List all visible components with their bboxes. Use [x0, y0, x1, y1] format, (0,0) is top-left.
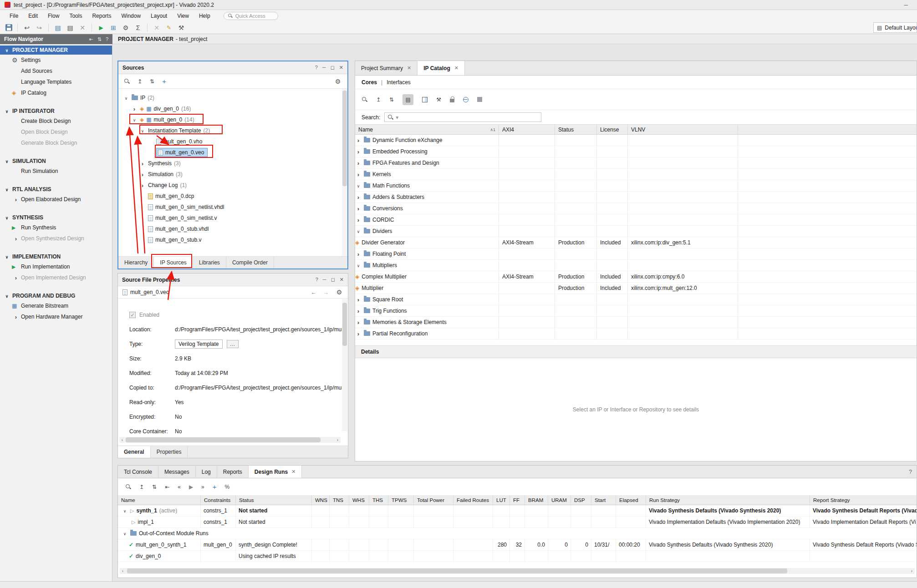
horizontal-scrollbar[interactable]: ‹ ›: [119, 437, 341, 443]
back-icon[interactable]: ←: [311, 289, 316, 296]
tab-libraries[interactable]: Libraries: [193, 257, 226, 269]
close-icon[interactable]: ✕: [407, 65, 411, 71]
run-icon[interactable]: ▶: [97, 24, 105, 32]
selected-tree-item[interactable]: mult_gen_0.veo: [156, 148, 208, 157]
tab-ip-catalog[interactable]: IP Catalog ✕: [418, 61, 465, 75]
scroll-left-icon[interactable]: ‹: [119, 437, 125, 442]
ipc-row-dynamic-function-exchange[interactable]: Dynamic Function eXchange: [355, 135, 917, 146]
menu-window[interactable]: Window: [116, 11, 146, 20]
run-icon[interactable]: ▶: [189, 484, 193, 490]
help-icon[interactable]: ?: [904, 466, 917, 478]
chevron-down-icon[interactable]: [122, 507, 128, 514]
column-status[interactable]: Status: [555, 125, 597, 134]
sidebar-section-synthesis[interactable]: SYNTHESIS: [0, 213, 112, 222]
chevron-right-icon[interactable]: [355, 251, 362, 258]
ipc-row-trig-functions[interactable]: Trig Functions: [355, 305, 917, 317]
sidebar-section-simulation[interactable]: SIMULATION: [0, 157, 112, 166]
column-wns[interactable]: WNS: [312, 496, 330, 505]
chevron-right-icon[interactable]: [139, 160, 146, 167]
expand-all-icon[interactable]: ⇅: [152, 484, 157, 490]
help-icon[interactable]: ?: [315, 65, 318, 71]
ipc-row-math-functions[interactable]: Math Functions: [355, 180, 917, 192]
settings-gear-icon[interactable]: [334, 77, 342, 86]
customize-icon[interactable]: ⚒: [436, 96, 441, 103]
sidebar-item-language-templates[interactable]: Language Templates: [0, 76, 112, 87]
tree-item-ip[interactable]: IP (2): [118, 92, 347, 103]
column-name[interactable]: Name ∧1: [355, 125, 499, 134]
minimize-button[interactable]: ─: [899, 2, 912, 8]
chevron-down-icon[interactable]: [131, 117, 138, 123]
tree-item-mult-gen-0-veo[interactable]: mult_gen_0.veo: [118, 147, 347, 158]
search-icon[interactable]: [362, 96, 367, 102]
expand-all-icon[interactable]: ⇅: [389, 96, 394, 103]
ipc-row-multiplier[interactable]: Multiplier Production Included xilinx.co…: [355, 283, 917, 294]
chevron-right-icon[interactable]: [355, 205, 362, 212]
menu-tools[interactable]: Tools: [64, 11, 87, 20]
sidebar-item-create-block-design[interactable]: Create Block Design: [0, 116, 112, 127]
run-row-impl-1[interactable]: impl_1 constrs_1 Not started Vivado Impl…: [118, 517, 917, 528]
column-ths[interactable]: THS: [369, 496, 388, 505]
two-pane-view-icon[interactable]: [422, 97, 428, 102]
ipc-row-cordic[interactable]: CORDIC: [355, 214, 917, 226]
column-elapsed[interactable]: Elapsed: [616, 496, 646, 505]
sidebar-item-add-sources[interactable]: Add Sources: [0, 66, 112, 76]
dashboard-icon[interactable]: ⊞: [109, 24, 117, 32]
sidebar-item-generate-block-design[interactable]: Generate Block Design: [0, 137, 112, 148]
report-icon[interactable]: ▤: [54, 24, 62, 32]
scrollbar-thumb[interactable]: [126, 437, 321, 442]
stop-icon[interactable]: [477, 97, 482, 102]
cancel-icon[interactable]: ✕: [153, 24, 161, 32]
close-icon[interactable]: ✕: [340, 277, 344, 283]
ipc-row-multipliers[interactable]: Multipliers: [355, 260, 917, 271]
wrench-icon[interactable]: ⚒: [177, 24, 185, 32]
column-license[interactable]: License: [597, 125, 628, 134]
ipc-row-conversions[interactable]: Conversions: [355, 203, 917, 214]
sum-icon[interactable]: Σ: [134, 24, 142, 32]
menu-reports[interactable]: Reports: [87, 11, 116, 20]
sidebar-item-run-implementation[interactable]: Run Implementation: [0, 261, 112, 272]
menu-help[interactable]: Help: [194, 11, 215, 20]
cores-link[interactable]: Cores: [362, 79, 377, 86]
tab-project-summary[interactable]: Project Summary ✕: [355, 61, 418, 75]
fast-forward-icon[interactable]: »: [201, 484, 204, 490]
delete-icon[interactable]: ✕: [78, 24, 87, 32]
ip-search-input[interactable]: ▾: [384, 112, 541, 122]
web-icon[interactable]: [463, 97, 469, 102]
search-icon[interactable]: [124, 78, 130, 84]
scroll-right-icon[interactable]: ›: [909, 568, 915, 573]
vertical-scrollbar[interactable]: [342, 299, 347, 431]
column-whs[interactable]: WHS: [349, 496, 369, 505]
column-ff[interactable]: FF: [510, 496, 525, 505]
tab-ip-sources[interactable]: IP Sources: [154, 257, 193, 269]
close-icon[interactable]: ✕: [454, 65, 458, 71]
ipc-row-kernels[interactable]: Kernels: [355, 169, 917, 180]
tree-item-mult-gen-0-dcp[interactable]: mult_gen_0.dcp: [118, 191, 347, 202]
tree-item-sim-netlist-vhdl[interactable]: mult_gen_0_sim_netlist.vhdl: [118, 202, 347, 213]
sidebar-section-rtl-analysis[interactable]: RTL ANALYSIS: [0, 185, 112, 194]
tree-item-mult-gen-0-vho[interactable]: mult_gen_0.vho: [118, 136, 347, 147]
ipc-row-dividers[interactable]: Dividers: [355, 226, 917, 237]
run-row-div-gen-0[interactable]: div_gen_0 Using cached IP results: [118, 551, 917, 562]
column-tns[interactable]: TNS: [330, 496, 349, 505]
scrollbar-thumb[interactable]: [342, 91, 347, 186]
column-bram[interactable]: BRAM: [525, 496, 548, 505]
tab-design-runs[interactable]: Design Runs ✕: [249, 466, 302, 478]
layout-selector[interactable]: ▤ Default Layou: [873, 22, 917, 33]
column-lut[interactable]: LUT: [493, 496, 510, 505]
column-run-strategy[interactable]: Run Strategy: [646, 496, 810, 505]
minimize-icon[interactable]: ─: [322, 65, 326, 71]
sidebar-section-program-and-debug[interactable]: PROGRAM AND DEBUG: [0, 291, 112, 300]
search-icon[interactable]: [125, 484, 131, 490]
ipc-row-square-root[interactable]: Square Root: [355, 294, 917, 305]
chevron-down-icon[interactable]: [123, 95, 129, 101]
column-start[interactable]: Start: [591, 496, 616, 505]
ipc-row-memories-storage[interactable]: Memories & Storage Elements: [355, 317, 917, 328]
settings-icon[interactable]: ⚙: [122, 24, 130, 32]
horizontal-scrollbar[interactable]: ‹ ›: [120, 568, 915, 574]
column-vlnv[interactable]: VLNV: [628, 125, 738, 134]
column-name[interactable]: Name: [118, 496, 201, 505]
close-icon[interactable]: ✕: [291, 469, 295, 475]
tab-properties[interactable]: Properties: [151, 446, 188, 458]
group-by-category-icon[interactable]: ▤: [402, 94, 413, 105]
dock-icon[interactable]: ⇤: [89, 36, 93, 42]
